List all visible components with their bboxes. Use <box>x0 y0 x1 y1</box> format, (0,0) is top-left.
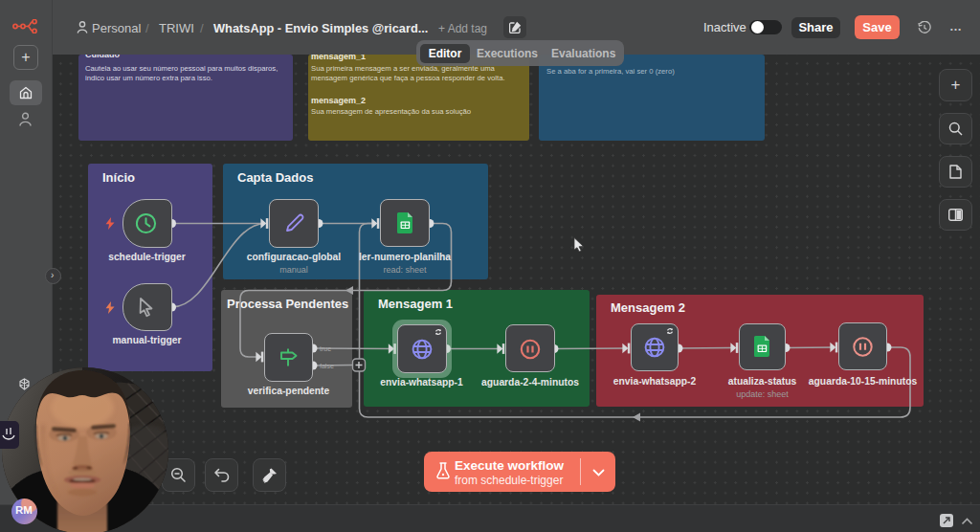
svg-text:true: true <box>320 345 331 352</box>
svg-text:false: false <box>320 363 334 369</box>
